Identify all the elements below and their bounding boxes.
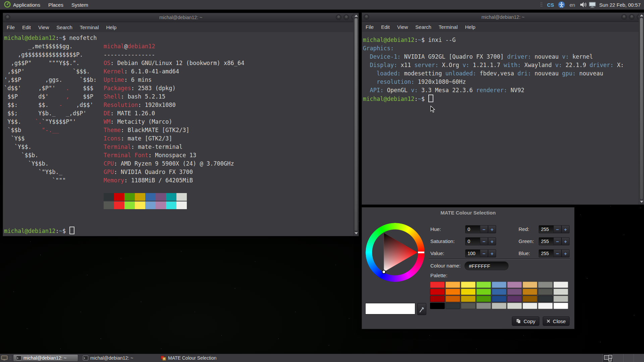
hue-increment-button[interactable]: +	[488, 225, 496, 233]
palette-swatch[interactable]	[461, 282, 476, 288]
saturation-decrement-button[interactable]: −	[480, 237, 488, 245]
red-increment-button[interactable]: +	[561, 225, 570, 233]
taskbar-button-terminal-1[interactable]: michal@debian12: ~	[13, 354, 78, 362]
system-menu[interactable]: System	[67, 0, 92, 9]
right-terminal-titlebar[interactable]: michal@debian12: ~	[362, 13, 644, 22]
tray-drag-handle[interactable]	[540, 2, 542, 7]
language-indicator[interactable]: en	[566, 2, 579, 8]
green-input[interactable]	[539, 237, 553, 245]
taskbar-handle[interactable]	[9, 355, 11, 361]
left-terminal-scrollbar[interactable]	[353, 13, 359, 236]
menu-terminal[interactable]: Terminal	[76, 24, 103, 30]
palette-swatch[interactable]	[430, 303, 445, 309]
palette-swatch[interactable]	[507, 296, 522, 302]
close-button[interactable]: Close	[543, 316, 570, 326]
copy-button[interactable]: Copy	[512, 316, 539, 326]
palette-swatch[interactable]	[538, 282, 553, 288]
palette-swatch[interactable]	[445, 296, 460, 302]
palette-swatch[interactable]	[507, 282, 522, 288]
menu-help[interactable]: Help	[103, 24, 120, 30]
maximize-button[interactable]	[629, 14, 635, 20]
left-terminal-output[interactable]: michal@debian12:~$ neofetch _,met$$$$$gg…	[3, 32, 359, 236]
window-menu-button[interactable]	[364, 14, 369, 20]
menu-view[interactable]: View	[393, 24, 412, 30]
palette-swatch[interactable]	[476, 296, 491, 302]
palette-swatch[interactable]	[553, 282, 568, 288]
scroll-up-arrow[interactable]	[640, 14, 643, 16]
menu-view[interactable]: View	[35, 24, 53, 30]
menu-edit[interactable]: Edit	[377, 24, 393, 30]
menu-file[interactable]: File	[362, 24, 377, 30]
workspace-4[interactable]	[634, 354, 644, 362]
right-terminal-output[interactable]: michal@debian12:~$ inxi --GGraphics: Dev…	[362, 32, 644, 204]
palette-swatch[interactable]	[430, 296, 445, 302]
red-input[interactable]	[539, 225, 553, 233]
palette-swatch[interactable]	[445, 303, 460, 309]
blue-decrement-button[interactable]: −	[553, 249, 561, 257]
value-increment-button[interactable]: +	[488, 249, 496, 257]
scrollbar-thumb[interactable]	[354, 18, 358, 231]
palette-swatch[interactable]	[492, 289, 506, 295]
palette-swatch[interactable]	[430, 282, 445, 288]
volume-icon[interactable]	[579, 0, 588, 9]
workspace-2[interactable]	[613, 354, 623, 362]
mate-menu-applications[interactable]: Applications	[0, 0, 44, 9]
palette-swatch[interactable]	[553, 296, 568, 302]
scroll-up-arrow[interactable]	[355, 15, 358, 17]
saturation-value-triangle[interactable]	[366, 223, 425, 282]
palette-swatch[interactable]	[523, 303, 537, 309]
workspace-1[interactable]	[602, 354, 613, 362]
blue-input[interactable]	[539, 249, 553, 257]
taskbar-button-terminal-2[interactable]: michal@debian12: ~	[80, 354, 145, 362]
saturation-input[interactable]	[465, 237, 480, 245]
green-increment-button[interactable]: +	[561, 237, 570, 245]
value-input[interactable]	[465, 249, 480, 257]
scroll-down-arrow[interactable]	[640, 201, 643, 203]
palette-swatch[interactable]	[492, 303, 506, 309]
palette-swatch[interactable]	[476, 303, 491, 309]
palette-swatch[interactable]	[553, 289, 568, 295]
palette-swatch[interactable]	[538, 303, 553, 309]
palette-swatch[interactable]	[430, 289, 445, 295]
menu-terminal[interactable]: Terminal	[435, 24, 462, 30]
accessibility-icon[interactable]	[557, 0, 566, 9]
palette-swatch[interactable]	[476, 289, 491, 295]
menu-search[interactable]: Search	[412, 24, 435, 30]
palette-swatch[interactable]	[492, 282, 506, 288]
hue-decrement-button[interactable]: −	[480, 225, 488, 233]
saturation-increment-button[interactable]: +	[488, 237, 496, 245]
palette-swatch[interactable]	[492, 296, 506, 302]
palette-swatch[interactable]	[461, 289, 476, 295]
menu-edit[interactable]: Edit	[18, 24, 35, 30]
maximize-button[interactable]	[343, 14, 349, 20]
scroll-down-arrow[interactable]	[355, 232, 358, 234]
palette-swatch[interactable]	[523, 296, 537, 302]
menu-file[interactable]: File	[3, 24, 18, 30]
scrollbar-thumb[interactable]	[640, 17, 643, 200]
blue-increment-button[interactable]: +	[561, 249, 570, 257]
keyboard-layout-indicator[interactable]: CS	[544, 2, 557, 8]
palette-swatch[interactable]	[445, 289, 460, 295]
left-terminal-titlebar[interactable]: michal@debian12: ~	[3, 13, 359, 22]
palette-swatch[interactable]	[461, 296, 476, 302]
menu-search[interactable]: Search	[53, 24, 76, 30]
palette-swatch[interactable]	[538, 296, 553, 302]
eyedropper-button[interactable]	[417, 303, 426, 315]
workspace-3[interactable]	[623, 354, 634, 362]
minimize-button[interactable]	[336, 14, 341, 20]
palette-swatch[interactable]	[461, 303, 476, 309]
window-menu-button[interactable]	[5, 14, 10, 20]
palette-swatch[interactable]	[507, 303, 522, 309]
palette-swatch[interactable]	[538, 289, 553, 295]
menu-help[interactable]: Help	[462, 24, 479, 30]
minimize-button[interactable]	[621, 14, 627, 20]
display-icon[interactable]	[588, 0, 597, 9]
taskbar-button-colour-selection[interactable]: MATE Colour Selection	[158, 354, 225, 362]
hue-input[interactable]	[465, 225, 480, 233]
palette-swatch[interactable]	[553, 303, 568, 309]
palette-swatch[interactable]	[523, 289, 537, 295]
palette-swatch[interactable]	[445, 282, 460, 288]
green-decrement-button[interactable]: −	[553, 237, 561, 245]
colour-name-input[interactable]	[465, 261, 508, 270]
palette-swatch[interactable]	[507, 289, 522, 295]
